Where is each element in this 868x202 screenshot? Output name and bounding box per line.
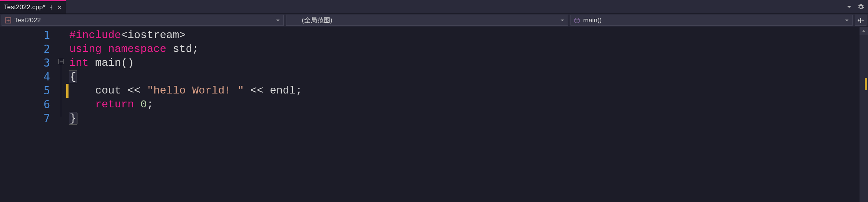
- scroll-track[interactable]: [860, 35, 868, 202]
- text-caret: [77, 113, 77, 124]
- file-tab[interactable]: Test2022.cpp* ✕: [0, 0, 66, 13]
- code-line: using namespace std;: [69, 42, 860, 56]
- line-number: 3: [0, 56, 58, 70]
- chevron-down-icon: [276, 18, 280, 23]
- code-line: }: [69, 112, 860, 125]
- dropdown-icon[interactable]: [846, 4, 852, 10]
- tab-bar: Test2022.cpp* ✕: [0, 0, 868, 14]
- overview-change-marker: [865, 78, 867, 90]
- code-line: cout << "hello World! " << endl;: [69, 84, 860, 98]
- chevron-down-icon: [560, 18, 565, 23]
- code-line: {: [69, 70, 860, 84]
- vertical-scrollbar[interactable]: [860, 27, 868, 202]
- project-icon: [5, 17, 11, 23]
- cube-icon: [574, 17, 580, 23]
- fold-line: [61, 64, 61, 117]
- scope-dropdown[interactable]: (全局范围): [286, 15, 568, 26]
- pin-icon[interactable]: [49, 5, 54, 10]
- gear-icon[interactable]: [857, 3, 864, 10]
- line-number: 7: [0, 112, 58, 125]
- member-name: main(): [583, 17, 602, 24]
- close-icon[interactable]: ✕: [57, 4, 62, 11]
- fold-gutter: [58, 27, 66, 202]
- line-number: 5: [0, 84, 58, 98]
- chevron-up-icon: [862, 29, 866, 33]
- project-dropdown[interactable]: Test2022: [2, 15, 284, 26]
- member-dropdown[interactable]: main(): [570, 15, 853, 26]
- navigation-bar: Test2022 (全局范围) main(): [0, 14, 868, 27]
- code-area[interactable]: #include<iostream> using namespace std; …: [69, 27, 860, 202]
- scroll-up-button[interactable]: [860, 27, 868, 35]
- editor-area: 1 2 3 4 5 6 7 #include<iostream> using n…: [0, 27, 868, 202]
- chevron-down-icon: [845, 18, 849, 23]
- code-line: return 0;: [69, 98, 860, 112]
- line-number: 4: [0, 70, 58, 84]
- project-name: Test2022: [14, 17, 41, 24]
- tab-bar-actions: [843, 0, 868, 13]
- line-number: 1: [0, 28, 58, 42]
- fold-toggle[interactable]: [59, 59, 64, 64]
- change-marker: [66, 84, 69, 98]
- line-number: 6: [0, 98, 58, 112]
- change-bar: [66, 27, 69, 202]
- tab-filename: Test2022.cpp*: [4, 3, 45, 11]
- line-number-gutter: 1 2 3 4 5 6 7: [0, 27, 58, 202]
- split-icon: [858, 17, 864, 23]
- code-line: int main(): [69, 56, 860, 70]
- split-button[interactable]: [855, 15, 866, 26]
- scope-label: (全局范围): [302, 16, 332, 25]
- line-number: 2: [0, 42, 58, 56]
- code-line: #include<iostream>: [69, 28, 860, 42]
